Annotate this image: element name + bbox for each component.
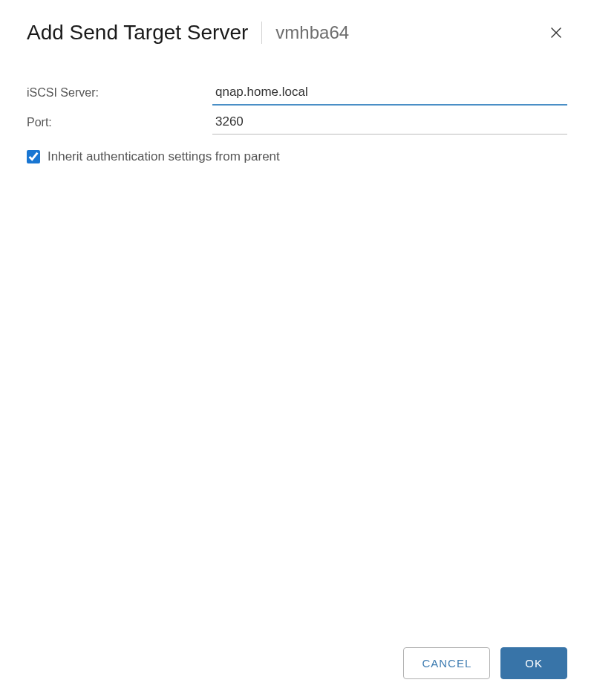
close-button[interactable] bbox=[545, 22, 567, 44]
dialog-subtitle: vmhba64 bbox=[275, 22, 349, 43]
inherit-auth-label[interactable]: Inherit authentication settings from par… bbox=[48, 149, 280, 164]
inherit-auth-row: Inherit authentication settings from par… bbox=[27, 149, 567, 164]
cancel-button[interactable]: CANCEL bbox=[403, 647, 490, 679]
dialog-header: Add Send Target Server vmhba64 bbox=[0, 0, 594, 58]
iscsi-server-label: iSCSI Server: bbox=[27, 86, 212, 100]
iscsi-server-input[interactable] bbox=[212, 80, 567, 106]
port-row: Port: bbox=[27, 110, 567, 135]
inherit-auth-checkbox[interactable] bbox=[27, 150, 40, 163]
title-divider bbox=[261, 22, 262, 44]
dialog-title: Add Send Target Server bbox=[27, 21, 248, 45]
dialog-footer: CANCEL OK bbox=[0, 632, 594, 700]
add-send-target-dialog: Add Send Target Server vmhba64 iSCSI Ser… bbox=[0, 0, 594, 700]
iscsi-server-row: iSCSI Server: bbox=[27, 80, 567, 106]
port-input[interactable] bbox=[212, 110, 567, 135]
port-label: Port: bbox=[27, 116, 212, 129]
ok-button[interactable]: OK bbox=[500, 647, 567, 679]
close-icon bbox=[548, 25, 564, 41]
dialog-content: iSCSI Server: Port: Inherit authenticati… bbox=[0, 58, 594, 632]
